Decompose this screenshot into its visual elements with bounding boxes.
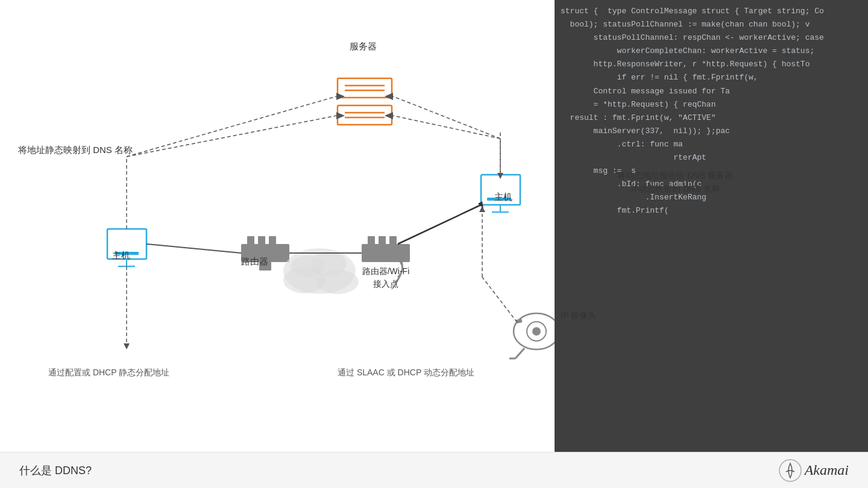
akamai-text: Akamai (805, 462, 849, 478)
camera-label: IP 摄像头 (561, 310, 596, 321)
svg-rect-19 (362, 244, 410, 262)
svg-rect-17 (269, 236, 276, 245)
svg-marker-43 (385, 112, 393, 119)
host-right-label: 主机 (494, 192, 512, 203)
static-dns-label: 将地址静态映射到 DNS 名称 (18, 145, 133, 156)
svg-line-31 (515, 348, 524, 358)
svg-rect-0 (338, 78, 392, 98)
svg-line-44 (146, 244, 241, 253)
svg-line-42 (393, 116, 500, 139)
svg-marker-54 (497, 173, 503, 179)
svg-rect-16 (258, 236, 265, 245)
svg-rect-22 (389, 236, 397, 245)
svg-point-27 (291, 255, 324, 277)
bottom-bar: 什么是 DDNS? Akamai (0, 452, 868, 488)
svg-marker-49 (124, 343, 130, 349)
dynamic-dns-label: 将动态地址报告给 DNS 服务器并动态映射到 DNS 名称 (615, 169, 735, 196)
static-address-label: 通过配置或 DHCP 静态分配地址 (48, 368, 169, 378)
svg-line-40 (393, 96, 500, 139)
svg-marker-38 (336, 112, 345, 119)
code-text: struct { type ControlMessage struct { Ta… (555, 0, 868, 488)
svg-line-46 (398, 205, 481, 244)
svg-line-37 (127, 116, 336, 157)
akamai-logo: Akamai (778, 458, 849, 483)
svg-line-35 (127, 96, 336, 157)
host-left-label: 主机 (112, 250, 130, 261)
svg-rect-21 (379, 236, 386, 245)
router-label: 路由器 (241, 256, 268, 267)
svg-marker-52 (479, 206, 485, 212)
svg-point-30 (532, 327, 541, 336)
svg-rect-3 (338, 105, 392, 125)
wifi-label: 路由器/Wi-Fi接入点 (356, 265, 416, 290)
svg-rect-20 (368, 236, 375, 245)
svg-marker-36 (336, 93, 345, 100)
svg-rect-15 (247, 236, 254, 245)
akamai-icon (778, 458, 802, 483)
dynamic-address-label: 通过 SLAAC 或 DHCP 动态分配地址 (338, 368, 474, 378)
server-label: 服务器 (350, 41, 377, 52)
svg-marker-41 (385, 93, 393, 100)
page-title: 什么是 DDNS? (19, 463, 92, 478)
diagram-svg (0, 0, 555, 488)
svg-line-50 (482, 277, 517, 322)
